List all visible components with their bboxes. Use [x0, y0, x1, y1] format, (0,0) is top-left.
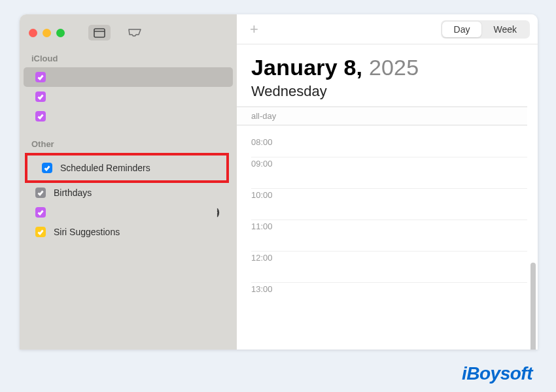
year: 2025	[369, 55, 419, 80]
calendar-item-birthdays[interactable]: Birthdays	[24, 183, 233, 203]
checkbox-icon[interactable]	[35, 227, 46, 237]
timeline[interactable]: 08:00 09:00 10:00 11:00 12:00 13:00	[237, 125, 538, 350]
calendar-label: Scheduled Reminders	[60, 163, 150, 173]
hour-row[interactable]: 11:00	[251, 220, 527, 251]
highlight-annotation: Scheduled Reminders	[25, 153, 229, 183]
calendar-item-shared[interactable]	[24, 203, 233, 222]
svg-rect-0	[94, 29, 105, 37]
hour-row[interactable]: 10:00	[251, 188, 527, 220]
date-header: January 8, 2025 Wednesday	[237, 44, 538, 106]
checkbox-icon[interactable]	[35, 188, 46, 198]
calendar-window: iCloud Other Scheduled Reminders Birthda…	[20, 14, 538, 350]
checkbox-icon[interactable]	[35, 72, 46, 82]
add-event-button[interactable]: +	[250, 21, 258, 38]
minimize-window-button[interactable]	[43, 29, 51, 37]
fullscreen-window-button[interactable]	[56, 29, 65, 37]
main-pane: + Day Week January 8, 2025 Wednesday all…	[237, 14, 538, 350]
month-day: January 8,	[251, 55, 362, 80]
sidebar: iCloud Other Scheduled Reminders Birthda…	[20, 14, 237, 350]
calendar-label: Siri Suggestions	[54, 227, 120, 237]
calendar-list-toggle[interactable]	[88, 25, 111, 41]
close-window-button[interactable]	[29, 29, 37, 37]
hour-row[interactable]: 13:00	[251, 282, 527, 314]
calendar-item-icloud-2[interactable]	[24, 106, 233, 126]
section-label-other: Other	[20, 126, 237, 153]
hour-row[interactable]: 12:00	[251, 251, 527, 282]
main-toolbar: + Day Week	[237, 14, 538, 44]
calendar-label: Birthdays	[54, 188, 92, 198]
calendar-item-icloud-0[interactable]	[24, 67, 233, 87]
calendar-item-siri-suggestions[interactable]: Siri Suggestions	[24, 222, 233, 242]
hour-row[interactable]: 09:00	[251, 157, 527, 188]
inbox-button[interactable]	[124, 25, 146, 41]
view-segmented-control: Day Week	[441, 20, 530, 39]
inbox-icon	[128, 28, 142, 38]
calendar-icon	[94, 27, 105, 38]
checkbox-icon[interactable]	[35, 91, 46, 102]
traffic-lights	[20, 21, 237, 41]
calendar-item-scheduled-reminders[interactable]: Scheduled Reminders	[30, 158, 224, 178]
checkbox-icon[interactable]	[42, 163, 52, 173]
section-label-icloud: iCloud	[20, 41, 237, 67]
all-day-row[interactable]: all-day	[237, 106, 527, 125]
shared-icon	[215, 207, 226, 218]
date-title: January 8, 2025	[251, 55, 535, 80]
day-name: Wednesday	[251, 83, 535, 100]
hour-row[interactable]: 08:00	[251, 125, 527, 157]
checkbox-icon[interactable]	[35, 111, 46, 122]
scrollbar[interactable]	[530, 263, 536, 350]
checkbox-icon[interactable]	[35, 207, 46, 218]
view-day-button[interactable]: Day	[442, 22, 482, 37]
watermark-logo: iBoysoft	[462, 363, 532, 384]
view-week-button[interactable]: Week	[481, 22, 529, 37]
calendar-item-icloud-1[interactable]	[24, 87, 233, 106]
